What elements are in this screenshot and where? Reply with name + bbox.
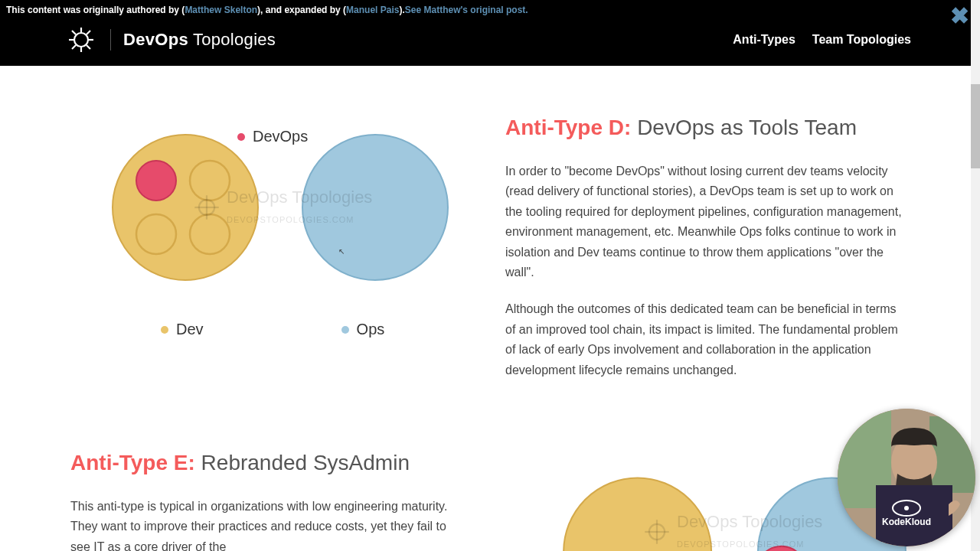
- legend-devops: DevOps: [237, 128, 308, 145]
- video-pip[interactable]: KodeKloud: [838, 409, 975, 546]
- svg-point-0: [74, 33, 88, 47]
- author-link-2[interactable]: Manuel Pais: [346, 5, 399, 15]
- svg-point-31: [904, 506, 909, 510]
- svg-line-6: [87, 45, 90, 49]
- svg-point-9: [113, 135, 258, 280]
- svg-line-5: [72, 31, 76, 34]
- dot-dev-icon: [161, 326, 168, 334]
- legend-dev: Dev: [161, 321, 204, 338]
- paragraph-e-1: This anti-type is typical in organizatio…: [70, 497, 469, 551]
- dot-devops-icon: [237, 133, 245, 141]
- svg-text:KodeKloud: KodeKloud: [882, 517, 931, 527]
- legend-ops: Ops: [341, 321, 385, 338]
- diagram-anti-type-d: DevOps DevOps TopologiesDEVOPSTOPOLOGIES…: [70, 116, 469, 397]
- logo-icon: [69, 28, 93, 52]
- svg-point-18: [564, 478, 711, 551]
- heading-anti-type-d: Anti-Type D: DevOps as Tools Team: [505, 116, 910, 140]
- logo-text: DevOps Topologies: [123, 30, 276, 50]
- author-link-1[interactable]: Matthew Skelton: [185, 5, 257, 15]
- paragraph-d-2: Although the outcomes of this dedicated …: [505, 299, 910, 380]
- svg-line-8: [72, 45, 76, 49]
- svg-line-7: [87, 31, 90, 34]
- dot-ops-icon: [341, 326, 349, 334]
- heading-anti-type-e: Anti-Type E: Rebranded SysAdmin: [70, 451, 469, 475]
- logo[interactable]: DevOps Topologies: [69, 28, 276, 52]
- close-icon[interactable]: ✖: [950, 5, 969, 28]
- cursor-icon: ↖: [338, 247, 345, 256]
- diagram-svg: [70, 116, 469, 315]
- main-nav: DevOps Topologies Anti-Types Team Topolo…: [0, 20, 980, 66]
- banner-text-3: ).: [399, 5, 404, 15]
- banner-text-1: This content was originally authored by …: [6, 5, 185, 15]
- banner-text-2: ), and expanded by (: [257, 5, 346, 15]
- svg-point-10: [136, 161, 176, 201]
- scrollbar-thumb[interactable]: [971, 84, 980, 168]
- nav-anti-types[interactable]: Anti-Types: [733, 33, 795, 47]
- paragraph-d-1: In order to "become DevOps" without losi…: [505, 161, 910, 282]
- original-post-link[interactable]: See Matthew's original post.: [405, 5, 528, 15]
- nav-team-topologies[interactable]: Team Topologies: [812, 33, 911, 47]
- main-content: DevOps DevOps TopologiesDEVOPSTOPOLOGIES…: [0, 116, 980, 551]
- attribution-banner: This content was originally authored by …: [0, 0, 980, 20]
- svg-point-14: [302, 135, 448, 280]
